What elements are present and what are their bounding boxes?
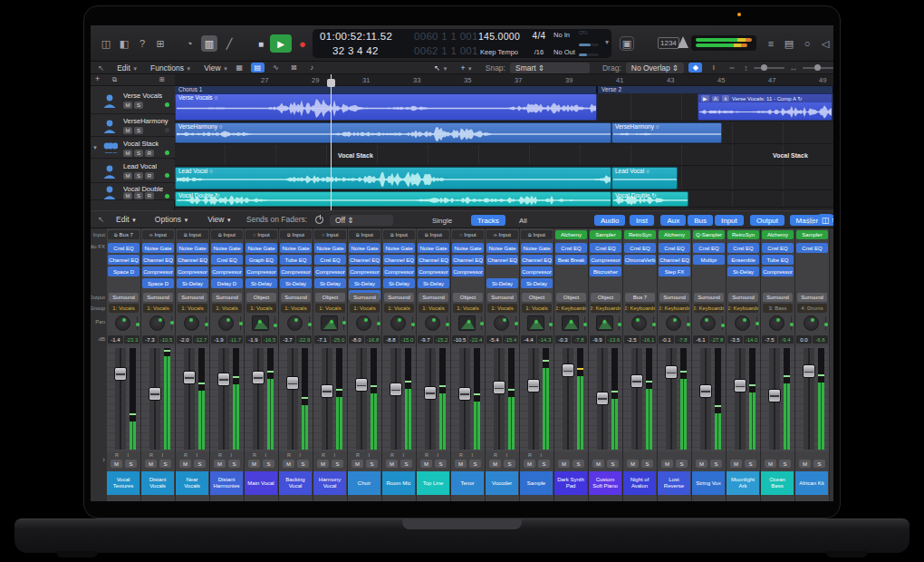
mute-button[interactable]: M [489,460,501,468]
playhead[interactable] [331,74,332,210]
narrow-view-icon[interactable]: ◫ [803,214,817,226]
fader-track[interactable] [287,348,298,450]
fader-track[interactable] [218,348,229,450]
input-slot[interactable]: ⧉Input [280,230,312,239]
solo-button[interactable]: S [134,150,143,157]
output-slot[interactable]: Object [522,293,552,302]
view-mode-all[interactable]: All [515,215,532,226]
channel-strip-room-mic[interactable]: ⧉InputNoise GateChannel EQCompressorSt-D… [382,228,417,501]
group-slot[interactable]: 2: Keyboards [625,304,655,313]
mute-button[interactable]: M [730,460,742,468]
pan-knob[interactable] [804,315,819,331]
output-slot[interactable]: Surround [143,293,173,302]
menu-options[interactable]: Options ▼ [155,215,189,224]
track-header-options-button[interactable]: ⊞ [159,76,165,83]
mute-button[interactable]: M [558,460,570,468]
mute-button[interactable]: M [283,460,294,468]
solo-button[interactable]: S [228,460,240,468]
snap-select[interactable]: Smart ⇕ [510,63,590,73]
fx-slot[interactable]: Compressor [142,266,174,276]
fader-track[interactable] [528,348,539,450]
solo-button[interactable]: S [400,460,412,468]
fader-handle[interactable] [114,367,127,381]
channel-name[interactable]: Custom Soft Piano [589,471,621,495]
pan-depth-slider[interactable] [343,316,344,330]
channel-name[interactable]: String Vox [692,471,725,495]
output-slot[interactable]: Surround [109,293,139,302]
fx-slot[interactable]: Cnsl EQ [727,243,759,253]
grid-view-icon[interactable]: ▦ [233,63,246,73]
solo-button[interactable]: S [641,460,653,468]
flex-icon[interactable]: ⊠ [287,63,301,73]
output-slot[interactable]: Surround [728,293,758,302]
fx-slot[interactable]: Compressor [521,266,553,276]
channel-name[interactable]: Vocal Textures [107,471,140,495]
input-slot[interactable]: ∞Input [142,230,174,239]
channel-name[interactable]: Night of Avalon [623,471,656,495]
solo-button[interactable]: S [134,192,143,199]
pan-depth-slider[interactable] [584,316,585,330]
solo-button[interactable]: S [469,460,481,468]
track-lane-2[interactable]: VerseHarmony ○VerseHarmony ○ [175,122,833,144]
pan-depth-slider[interactable] [619,316,620,330]
fx-slot[interactable]: Noise Gate [521,243,553,253]
fader-track[interactable] [356,348,367,450]
output-slot[interactable]: Bus 7 [625,293,655,302]
group-slot[interactable]: 2: Keyboards [694,304,724,313]
channel-name[interactable]: Choir [348,471,380,495]
fx-slot[interactable]: Cnsl EQ [590,243,621,253]
fader-handle[interactable] [217,373,230,386]
solo-button[interactable]: S [134,127,143,134]
fx-slot[interactable]: Space D [108,266,140,276]
group-slot[interactable]: 1: Vocals [453,304,483,313]
fx-slot[interactable]: Cnsl EQ [555,243,587,253]
input-slot[interactable]: ○Input [245,230,277,239]
quick-help-icon[interactable]: ? [134,35,150,52]
input-slot[interactable]: ⧉Input [177,230,208,239]
filter-audio[interactable]: Audio [594,215,625,226]
pan-depth-slider[interactable] [653,316,654,330]
fader-track[interactable] [459,348,470,450]
pan-depth-slider[interactable] [309,316,310,330]
catch-icon[interactable]: ♪ [305,63,319,73]
menu-view[interactable]: View ▼ [207,215,232,224]
channel-strip-custom-soft-piano[interactable]: SamplerCnsl EQCompressorBitcrusherObject… [589,228,623,501]
fx-slot[interactable]: Compressor [314,266,346,276]
pan-depth-slider[interactable] [550,316,551,330]
mute-button[interactable]: M [111,460,122,468]
take-button[interactable]: ∧ [722,95,729,102]
channel-name[interactable]: Moonlight Ark [727,471,759,495]
region[interactable]: Vocal Double ↻ [611,191,688,207]
solo-button[interactable]: S [710,460,722,468]
channel-strip-moonlight-ark[interactable]: RetroSynCnsl EQEnsembleSt-DelaySurround2… [727,228,761,501]
fx-slot[interactable]: Noise Gate [314,243,346,253]
fx-slot[interactable]: Compressor [245,266,277,276]
fx-slot[interactable]: Channel EQ [383,255,415,265]
fx-slot[interactable]: Compressor [349,266,380,276]
solo-button[interactable]: S [297,460,309,468]
fx-slot[interactable]: Noise Gate [280,243,312,253]
output-slot[interactable]: Surround [350,293,380,302]
count-in-button[interactable]: 1234 [658,37,679,49]
fx-slot[interactable]: Cnsl EQ [211,255,243,265]
region[interactable]: ▶A∧Verse Vocals: 11 - Comp A ↻ [698,93,833,121]
group-slot[interactable]: 1: Vocals [419,304,448,313]
solo-button[interactable]: S [813,460,825,468]
channel-name[interactable]: Top Line [417,471,449,495]
output-slot[interactable]: Surround [281,293,311,302]
master-level-meter[interactable] [691,35,756,51]
fx-slot[interactable]: Noise Gate [486,243,518,253]
take-button[interactable]: ▶ [701,95,709,102]
mute-button[interactable]: M [123,127,132,134]
region[interactable]: VerseHarmony ○ [175,122,611,143]
solo-button[interactable]: S [159,460,171,468]
menu-view[interactable]: View ▼ [204,63,228,73]
pan-depth-slider[interactable] [274,316,275,330]
mute-button[interactable]: M [696,460,707,468]
pan-control[interactable] [554,315,588,334]
smart-controls-icon[interactable]: ◔ [181,35,197,52]
channel-name[interactable]: Distant Harmonies [210,471,243,495]
pan-depth-slider[interactable] [171,316,172,330]
instrument-slot[interactable]: Alchemy [555,230,587,239]
object-panner[interactable] [321,315,338,331]
